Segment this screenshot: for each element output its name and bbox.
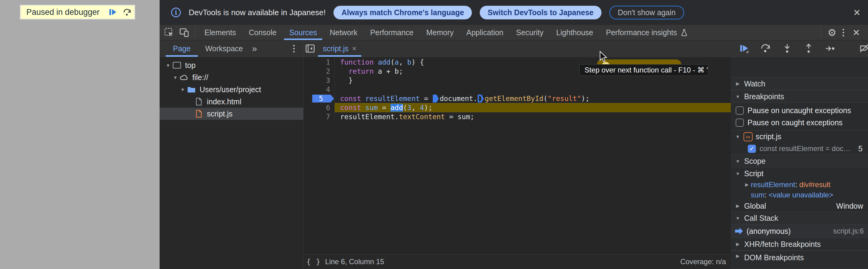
scope-script-section[interactable]: ▼ Script [731,167,868,180]
inline-breakpoint-marker-icon[interactable] [433,95,439,103]
code-line-5[interactable]: 5const resultElement = document.getEleme… [304,94,731,103]
editor-tab-scriptjs[interactable]: script.js × [318,41,361,57]
tree-item-top[interactable]: ▼top [160,59,303,71]
watch-label: Watch [744,79,765,88]
scope-variable-row[interactable]: ▶ resultElement : div#result [731,180,868,190]
collapse-sidebar-icon[interactable] [305,44,315,53]
code-line-7[interactable]: 7resultElement.textContent = sum; [304,112,731,121]
tree-item-label: top [185,61,196,70]
code-token: document. [440,95,477,103]
code-token: resultElement [365,95,420,103]
tab-memory[interactable]: Memory [420,25,460,40]
scope-section-header[interactable]: ▼ Scope [731,155,868,167]
chevron-down-icon[interactable]: ▼ [164,63,172,68]
code-token: ) { [411,58,424,66]
close-devtools-icon[interactable]: ✕ [850,27,863,38]
settings-gear-icon[interactable]: ⚙ [828,27,837,38]
tab-application[interactable]: Application [460,25,510,40]
navigator-tab-workspace[interactable]: Workspace [198,41,250,57]
scope-global-row[interactable]: ▶ Global Window [731,200,868,212]
tree-item-script-js[interactable]: script.js [160,108,303,120]
tab-sources[interactable]: Sources [283,25,323,40]
inline-breakpoint-marker-icon[interactable] [477,95,484,103]
more-options-icon[interactable] [840,29,847,36]
step-into-button[interactable] [782,43,792,54]
tab-performance[interactable]: Performance [364,25,420,40]
always-match-language-button[interactable]: Always match Chrome's language [334,6,472,20]
tab-label: Performance [370,28,413,37]
code-token [361,104,365,112]
tab-elements[interactable]: Elements [198,25,242,40]
pretty-print-icon[interactable]: { } [307,258,321,266]
more-tabs-chevron-icon[interactable]: » [250,43,259,54]
dont-show-again-button[interactable]: Don't show again [609,6,684,20]
line-number: 2 [326,67,334,75]
code-text[interactable]: resultElement.textContent = sum; [335,112,731,121]
breakpoint-marker[interactable]: 5 [312,95,334,103]
navigator-more-icon[interactable] [290,45,298,52]
editor-tab-label: script.js [323,44,349,53]
tree-item-index-html[interactable]: index.html [160,96,303,108]
xhr-breakpoints-header[interactable]: ▶ XHR/fetch Breakpoints [731,238,868,250]
inspect-element-icon[interactable] [164,27,174,37]
line-number: 7 [326,113,334,121]
navigator-tab-page[interactable]: Page [166,41,198,57]
gutter-line-6[interactable]: 6 [304,103,335,112]
code-text[interactable]: const resultElement = document.getElemen… [335,94,731,103]
gutter-line-3[interactable]: 3 [304,76,335,85]
step-over-button-banner[interactable] [120,6,134,19]
code-editor[interactable]: 1function add(a, b) {2 return a + b;3 }4… [304,57,731,269]
tree-item-label: script.js [207,109,232,118]
dom-breakpoints-header[interactable]: ▶ DOM Breakpoints [731,250,868,269]
step-over-button[interactable] [761,43,771,54]
breakpoint-file-group[interactable]: ▼ ‹› script.js [731,130,868,142]
code-line-6[interactable]: 6const sum = add(3, 4); [304,103,731,112]
scope-variable-row[interactable]: sum : <value unavailable> [731,190,868,200]
tree-item-file-[interactable]: ▼file:// [160,71,303,83]
tab-lighthouse[interactable]: Lighthouse [550,25,599,40]
watch-section-header[interactable]: ▶ Watch [731,77,868,90]
gutter-line-2[interactable]: 2 [304,67,335,76]
resume-script-button[interactable] [106,6,120,19]
deactivate-breakpoints-button[interactable] [859,43,868,54]
code-token [361,95,365,103]
gutter-line-7[interactable]: 7 [304,112,335,121]
resume-icon [109,8,117,16]
switch-to-japanese-button[interactable]: Switch DevTools to Japanese [480,6,601,20]
chevron-down-icon[interactable]: ▼ [172,75,179,80]
code-text[interactable] [335,85,731,94]
breakpoint-entry[interactable]: ✓ const resultElement = doc… 5 [731,142,868,155]
gutter-line-4[interactable]: 4 [304,85,335,94]
tab-security[interactable]: Security [510,25,550,40]
code-line-4[interactable]: 4 [304,85,731,94]
debugger-controls [731,41,868,57]
chevron-down-icon[interactable]: ▼ [179,87,186,92]
tab-performance-insights[interactable]: Performance insights [600,25,694,40]
pause-caught-checkbox[interactable] [736,118,744,127]
call-stack-section-header[interactable]: ▼ Call Stack [731,212,868,224]
execution-line-text[interactable]: const sum = add(3, 4); [335,103,731,112]
gutter-line-5[interactable]: 5 [304,94,335,103]
tab-console[interactable]: Console [242,25,283,40]
code-text[interactable]: } [335,76,731,85]
gutter-line-1[interactable]: 1 [304,58,335,67]
device-toolbar-icon[interactable] [179,27,189,37]
tab-network[interactable]: Network [323,25,364,40]
tab-label: Elements [205,28,236,37]
code-line-3[interactable]: 3 } [304,76,731,85]
navigator-tabs: Page Workspace » [160,41,304,57]
infobar-close-icon[interactable]: ✕ [853,7,861,18]
variable-name: resultElement [751,181,795,189]
resume-button[interactable] [739,43,749,54]
pause-uncaught-checkbox[interactable] [736,106,744,115]
tree-item-users-user-project[interactable]: ▼Users/user/project [160,83,303,96]
tab-close-icon[interactable]: × [352,44,356,53]
language-infobar: i DevTools is now available in Japanese!… [160,0,868,25]
step-button[interactable] [825,43,835,54]
breakpoints-section-header[interactable]: ▼ Breakpoints [731,90,868,103]
step-out-button[interactable] [804,43,814,54]
file-icon [193,97,204,106]
infobar-message: DevTools is now available in Japanese! [189,8,326,17]
breakpoint-checkbox[interactable]: ✓ [748,145,756,153]
call-stack-frame[interactable]: (anonymous) script.js:6 [731,224,868,238]
